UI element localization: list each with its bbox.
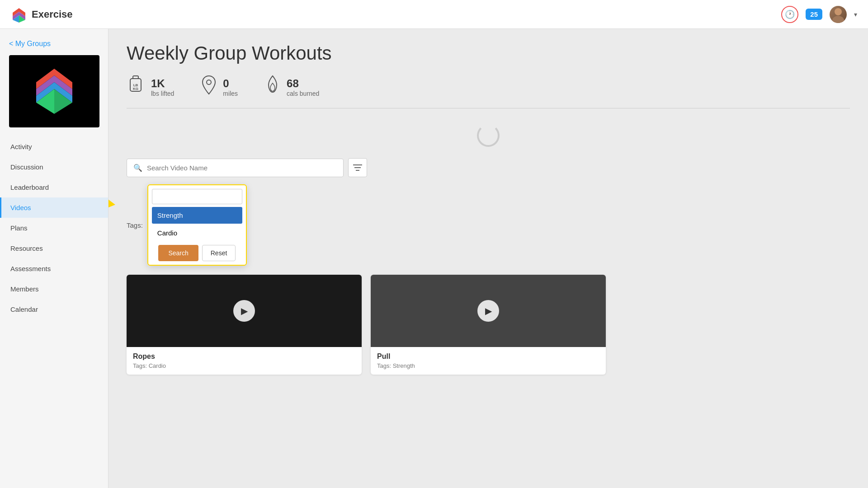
svg-point-5 xyxy=(832,16,844,23)
loading-area xyxy=(127,122,850,149)
clock-button[interactable]: 🕐 xyxy=(781,6,798,23)
sidebar-nav-item-calendar[interactable]: Calendar xyxy=(0,299,108,319)
back-to-groups-link[interactable]: < My Groups xyxy=(0,36,108,55)
main-layout: < My Groups ActivityDiscussionLeaderboar… xyxy=(0,29,868,488)
tags-label: Tags: xyxy=(127,221,143,229)
video-title-ropes: Ropes xyxy=(133,352,355,361)
sidebar-nav-item-resources[interactable]: Resources xyxy=(0,238,108,258)
video-card-pull: ▶ Pull Tags: Strength xyxy=(371,275,606,375)
sidebar-nav-item-discussion[interactable]: Discussion xyxy=(0,157,108,177)
play-button-ropes[interactable]: ▶ xyxy=(233,300,255,322)
group-thumbnail xyxy=(9,55,99,127)
stat-miles-info: 0 miles xyxy=(223,77,238,97)
content-area: Weekly Group Workouts LB KG 1K lbs lifte… xyxy=(108,29,868,488)
miles-value: 0 xyxy=(223,77,238,90)
tags-dropdown: Strength Cardio Search Reset xyxy=(147,184,247,266)
weight-icon: LB KG xyxy=(127,75,145,99)
video-thumbnail-pull: ▶ xyxy=(371,275,606,347)
logo-area: Exercise xyxy=(11,6,73,23)
user-menu-chevron[interactable]: ▾ xyxy=(854,11,857,18)
video-card-ropes: ▶ Ropes Tags: Cardio xyxy=(127,275,362,375)
search-filter-row: 🔍 xyxy=(127,158,850,177)
video-info-pull: Pull Tags: Strength xyxy=(371,347,606,375)
sidebar-nav-item-assessments[interactable]: Assessments xyxy=(0,258,108,279)
group-title: Weekly Group Workouts xyxy=(127,42,850,64)
lbs-value: 1K xyxy=(151,77,174,90)
filter-icon xyxy=(353,164,362,171)
top-navigation: Exercise 🕐 25 ▾ xyxy=(0,0,868,29)
svg-point-16 xyxy=(207,80,211,84)
stat-cals: 68 cals burned xyxy=(265,75,319,99)
nav-right: 🕐 25 ▾ xyxy=(781,6,857,23)
video-tags-ropes: Tags: Cardio xyxy=(133,362,355,369)
search-input[interactable] xyxy=(147,164,337,172)
stat-cals-info: 68 cals burned xyxy=(287,77,319,97)
sidebar-nav-item-members[interactable]: Members xyxy=(0,279,108,299)
sidebar-nav-item-leaderboard[interactable]: Leaderboard xyxy=(0,177,108,197)
video-tags-pull: Tags: Strength xyxy=(377,362,599,369)
tags-row: Tags: Strength Cardio Search Reset xyxy=(127,184,850,266)
dropdown-search-input[interactable] xyxy=(152,189,242,204)
stats-row: LB KG 1K lbs lifted 0 xyxy=(127,75,850,108)
search-box: 🔍 xyxy=(127,159,344,177)
app-logo-icon xyxy=(11,6,27,23)
avatar-image xyxy=(830,6,847,23)
loading-spinner xyxy=(477,124,500,147)
filter-button[interactable] xyxy=(348,158,367,177)
location-icon xyxy=(201,75,217,99)
play-button-pull[interactable]: ▶ xyxy=(477,300,499,322)
stat-lbs-lifted: LB KG 1K lbs lifted xyxy=(127,75,174,99)
sidebar-nav-item-activity[interactable]: Activity xyxy=(0,136,108,157)
cals-value: 68 xyxy=(287,77,319,90)
cals-label: cals burned xyxy=(287,90,319,97)
dropdown-actions: Search Reset xyxy=(152,245,242,261)
clock-icon: 🕐 xyxy=(785,9,795,19)
stat-lbs-info: 1K lbs lifted xyxy=(151,77,174,97)
svg-marker-20 xyxy=(108,198,115,209)
sidebar-nav-list: ActivityDiscussionLeaderboardVideosPlans… xyxy=(0,136,108,319)
svg-point-4 xyxy=(835,8,842,15)
sidebar-nav-item-videos[interactable]: Videos xyxy=(0,197,108,218)
videos-grid: ▶ Ropes Tags: Cardio ▶ Pull Tags: Streng… xyxy=(127,275,850,375)
search-icon: 🔍 xyxy=(133,164,142,172)
notification-badge[interactable]: 25 xyxy=(806,9,822,20)
video-title-pull: Pull xyxy=(377,352,599,361)
svg-text:KG: KG xyxy=(133,87,138,91)
stat-miles: 0 miles xyxy=(201,75,238,99)
sidebar-nav-item-plans[interactable]: Plans xyxy=(0,218,108,238)
sidebar: < My Groups ActivityDiscussionLeaderboar… xyxy=(0,29,108,488)
dropdown-search-button[interactable]: Search xyxy=(158,245,198,261)
video-info-ropes: Ropes Tags: Cardio xyxy=(127,347,362,375)
group-logo-svg xyxy=(14,60,95,123)
arrow-annotation xyxy=(108,171,127,225)
miles-label: miles xyxy=(223,90,238,97)
dropdown-option-cardio[interactable]: Cardio xyxy=(152,225,242,241)
fire-icon xyxy=(265,75,280,99)
dropdown-option-strength[interactable]: Strength xyxy=(152,207,242,224)
video-thumbnail-ropes: ▶ xyxy=(127,275,362,347)
user-avatar[interactable] xyxy=(830,6,847,23)
lbs-label: lbs lifted xyxy=(151,90,174,97)
app-title: Exercise xyxy=(32,9,73,20)
dropdown-reset-button[interactable]: Reset xyxy=(202,245,236,261)
